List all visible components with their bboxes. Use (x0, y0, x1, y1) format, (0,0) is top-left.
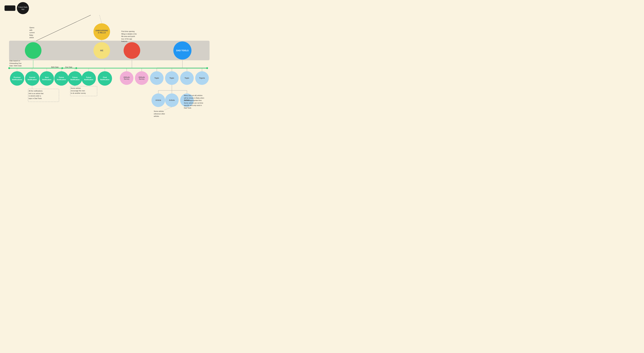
next-notification-circle: NextNotification (40, 71, 54, 86)
timeline-end-dot (206, 67, 208, 69)
dadtools-circle: DAD TOOLS (173, 42, 192, 60)
timeline-due-dot (75, 67, 77, 69)
final-notification-circle: FinalNotification (98, 71, 112, 86)
header-box (4, 6, 16, 11)
attitude-survey-2-circle: AttitudeSurvey (135, 71, 148, 85)
due-date-label: Due Date (65, 66, 72, 68)
some-reference-annotation: Some articlesreference otherarticles (154, 110, 165, 118)
first-time-annotation: First time openingfilling in details in … (121, 30, 137, 43)
me-circle: ME (94, 42, 110, 59)
topic-1-circle: Topic (150, 71, 164, 85)
attitude-circle (124, 42, 140, 59)
date-based-annotation: Date based onOnboarding DueDate / Birth … (9, 60, 22, 67)
opens-with-annotation: OpenswithcurrentBabyarticle (30, 26, 34, 39)
previous-notifications-circle: PreviousNotifications (10, 71, 24, 86)
header: Future DadsApp (4, 2, 29, 14)
current-notification-circle: CurrentNotification (25, 71, 39, 86)
article-2-circle: Article (165, 94, 179, 107)
timeline-birth-dot (61, 67, 63, 69)
baby-circle (25, 42, 42, 59)
svg-line-0 (33, 15, 91, 42)
future-notification-3-circle: FutureNotification (82, 71, 96, 86)
topic-3-circle: Topic (180, 71, 194, 85)
future-notification-2-circle: FutureNotification (68, 71, 82, 86)
svg-line-1 (100, 15, 102, 23)
timeline-start-dot (8, 67, 10, 69)
svg-line-25 (164, 107, 172, 110)
all-notifications-annotation: All the notificationslink to an article … (29, 90, 44, 100)
many-articles-annotation: Many (but not all) articleswill be shown… (184, 94, 204, 109)
future-notification-1-circle: FutureNotification (54, 71, 68, 86)
onboarding-circle: ONBOARDING& HELLO (94, 23, 110, 40)
timeline-bar (8, 68, 208, 68)
topic-4-circle: Topcis (195, 71, 209, 85)
topic-2-circle: Topic (165, 71, 179, 85)
birth-date-label: Birth Date (51, 66, 59, 68)
attitude-survey-1-circle: AttitudeSurvey (120, 71, 134, 85)
app-circle: Future DadsApp (17, 2, 29, 14)
some-articles-survey-annotation: Some articlesencourage the mento do anot… (71, 87, 86, 94)
article-1-circle: Article (152, 94, 165, 107)
